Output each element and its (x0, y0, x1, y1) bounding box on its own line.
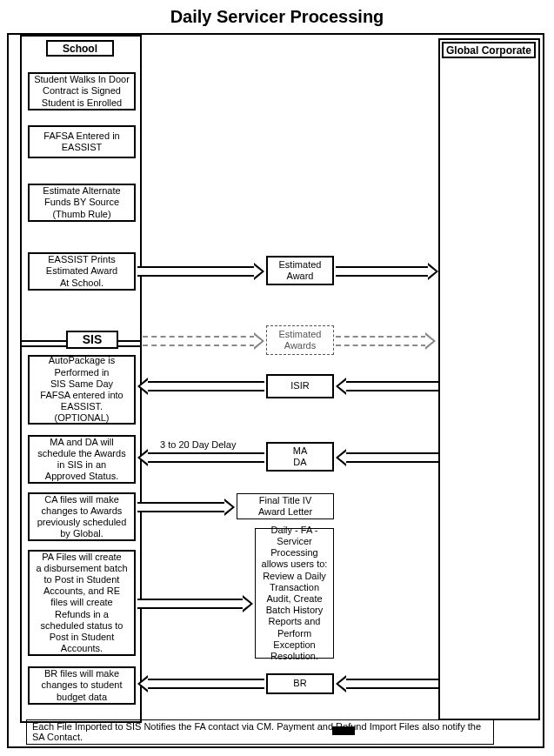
box-autopackage: AutoPackage is Performed in SIS Same Day… (28, 355, 136, 425)
lane-header-global: Global Corporate (442, 42, 536, 58)
arrow-sis-to-estawards (143, 336, 264, 346)
footnote: Each File Imported to SIS Notifies the F… (26, 719, 494, 745)
box-ca-files: CA files will make changes to Awards pre… (28, 492, 136, 541)
box-ma-da-schedule: MA and DA will schedule the Awards in SI… (28, 435, 136, 484)
box-isir: ISIR (266, 374, 334, 398)
page-title: Daily Servicer Processing (0, 7, 554, 27)
arrow-isir-to-sis (137, 381, 264, 391)
box-estimate-alt-funds: Estimate Alternate Funds BY Source (Thum… (28, 184, 136, 222)
box-fafsa-entered: FAFSA Entered in EASSIST (28, 125, 136, 158)
box-ma-da: MA DA (266, 442, 334, 472)
label-delay: 3 to 20 Day Delay (158, 439, 237, 450)
box-student-walks-in: Student Walks In Door Contract is Signed… (28, 72, 136, 110)
diagram-frame: School Global Corporate SIS Student Walk… (7, 33, 544, 748)
arrow-global-to-mada (336, 452, 438, 463)
arrow-estaward-to-global (336, 266, 438, 277)
box-eassist-prints: EASSIST Prints Estimated Award At School… (28, 252, 136, 291)
redaction-block (332, 726, 355, 735)
arrow-global-to-isir (336, 381, 438, 391)
arrow-mada-to-sis (137, 452, 264, 463)
box-br: BR (266, 673, 334, 694)
box-estimated-award: Estimated Award (266, 256, 334, 285)
box-estimated-awards: Estimated Awards (266, 325, 334, 355)
arrow-pa-to-servicer (137, 599, 253, 609)
lane-header-school: School (46, 40, 114, 57)
arrow-ca-to-titleiv (137, 502, 235, 512)
lane-header-sis: SIS (66, 331, 118, 349)
lane-global (438, 38, 540, 720)
box-daily-fa-servicer: Daily - FA - Servicer Processing allows … (255, 528, 334, 659)
arrow-br-to-sis (137, 679, 264, 689)
box-br-files: BR files will make changes to student bu… (28, 666, 136, 705)
arrow-estawards-to-global (336, 336, 436, 346)
arrow-school-to-estaward (137, 266, 264, 277)
arrow-global-to-br (336, 679, 438, 689)
box-pa-re-files: PA Files will create a disbursement batc… (28, 550, 136, 656)
box-final-title-iv: Final Title IV Award Letter (237, 493, 334, 519)
